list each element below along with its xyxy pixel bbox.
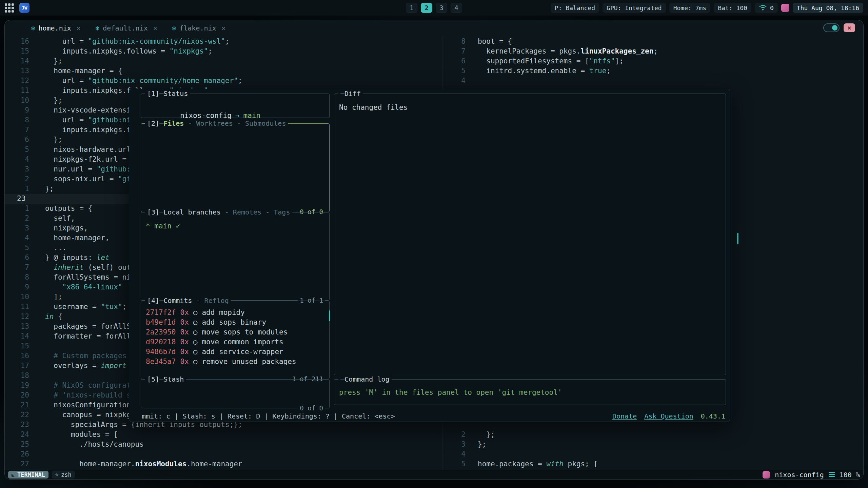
tab-flake.nix[interactable]: ❄flake.nix×: [172, 24, 226, 32]
code-text: home-manager.nixosModules.home-manager: [45, 459, 242, 469]
line-number: 5: [453, 459, 466, 469]
workspace-button-3[interactable]: 3: [436, 3, 447, 13]
code-text: home.packages = with pkgs; [: [478, 459, 598, 469]
code-line[interactable]: 25 ./hosts/canopus: [5, 440, 441, 449]
line-number: 26: [17, 449, 29, 459]
line-number: 12: [17, 312, 29, 322]
code-line[interactable]: 13 home-manager = {: [5, 66, 441, 76]
commit-message: add mopidy: [202, 308, 244, 318]
apps-grid-icon[interactable]: [5, 3, 14, 13]
code-text: };: [45, 56, 62, 66]
window-toggle[interactable]: [823, 23, 840, 32]
code-line[interactable]: 8boot = {: [443, 37, 863, 46]
code-text: };: [45, 96, 62, 105]
code-line[interactable]: 27 home-manager.nixosModules.home-manage…: [5, 459, 441, 469]
clock: Thu Aug 08, 18:16: [793, 3, 863, 13]
branch-name: main: [243, 111, 261, 120]
line-number: 11: [17, 86, 29, 96]
donate-link[interactable]: Donate: [612, 412, 637, 420]
top-status-bar: JW 1234 P: BalancedGPU: IntegratedHome: …: [0, 0, 868, 16]
commit-row[interactable]: 9486b7d0x○add service-wrapper: [146, 348, 329, 358]
code-line[interactable]: 14 };: [5, 56, 441, 66]
code-text: } @ inputs: let: [45, 253, 110, 263]
commits-scrollbar-thumb[interactable]: [329, 310, 330, 321]
line-number: 8: [17, 272, 29, 282]
code-text: home-manager,: [45, 233, 110, 243]
ask-question-link[interactable]: Ask Question: [644, 412, 693, 420]
workspace-button-2[interactable]: 2: [421, 3, 432, 13]
line-number: 16: [17, 351, 29, 361]
line-number: 7: [17, 263, 29, 272]
tab-home.nix[interactable]: ❄home.nix×: [31, 24, 81, 32]
line-number: 3: [17, 223, 29, 233]
code-text: self,: [45, 214, 75, 223]
tray-indicator-icon[interactable]: [781, 4, 789, 12]
panel-title: [4]─Commits - Reflog: [145, 296, 231, 305]
line-number: 3: [17, 164, 29, 174]
line-number: 4: [17, 233, 29, 243]
code-text: nixpkgs,: [45, 223, 88, 233]
mode-indicator[interactable]: ◣ TERMINAL: [8, 471, 48, 479]
code-text: };: [45, 184, 54, 194]
code-text: initrd.systemd.enable = true;: [478, 66, 611, 76]
code-line[interactable]: 24 modules = [: [5, 430, 441, 440]
commit-row[interactable]: b49ef1d0x○add sops binary: [146, 318, 329, 328]
commit-message: remove unused packages: [202, 358, 296, 367]
commit-row[interactable]: d9202180x○move common imports: [146, 338, 329, 348]
window-close-button[interactable]: ×: [844, 23, 855, 32]
commit-author: 0x: [180, 318, 189, 328]
panel-title: [2]─Files - Worktrees - Submodules: [145, 119, 288, 128]
menu-bars-icon[interactable]: [829, 472, 835, 477]
close-tab-icon[interactable]: ×: [153, 24, 157, 32]
panel-title: ─Command log: [338, 375, 392, 384]
tab-default.nix[interactable]: ❄default.nix×: [96, 24, 157, 32]
lazygit-branches-panel[interactable]: [3]─Local branches - Remotes - Tags * ma…: [141, 212, 330, 301]
shell-label: zsh: [61, 471, 72, 478]
commit-hash: b49ef1d: [146, 318, 176, 328]
tab-label: home.nix: [38, 24, 71, 32]
commit-row[interactable]: 8e345a70x○remove unused packages: [146, 358, 329, 367]
code-line[interactable]: 6 supportedFilesystems = ["ntfs"];: [443, 56, 863, 66]
line-number: 8: [453, 37, 466, 46]
shell-tab[interactable]: ✎ zsh: [52, 471, 75, 479]
code-line[interactable]: 5 initrd.systemd.enable = true;: [443, 66, 863, 76]
code-line[interactable]: 7 kernelPackages = pkgs.linuxPackages_ze…: [443, 46, 863, 56]
line-number: 11: [17, 302, 29, 312]
code-text: ./hosts/canopus: [45, 440, 144, 449]
line-number: 13: [17, 66, 29, 76]
scrollbar-thumb[interactable]: [737, 233, 738, 244]
workspace-button-4[interactable]: 4: [451, 3, 462, 13]
code-line[interactable]: 3};: [443, 440, 863, 449]
line-number: 2: [17, 214, 29, 223]
close-tab-icon[interactable]: ×: [77, 24, 81, 32]
workspace-button-1[interactable]: 1: [406, 3, 417, 13]
line-number: 13: [17, 322, 29, 331]
code-line[interactable]: 5home.packages = with pkgs; [: [443, 459, 863, 469]
lazygit-status-panel[interactable]: [1]─Status nixos-config→main: [141, 94, 330, 118]
lazygit-command-log-panel[interactable]: ─Command log press 'M' in the files pane…: [334, 379, 726, 405]
code-line[interactable]: 15 inputs.nixpkgs.follows = "nixpkgs";: [5, 46, 441, 56]
lazygit-stash-panel[interactable]: [5]─Stash 0 of 0: [141, 379, 330, 408]
lazygit-commits-panel[interactable]: [4]─Commits - Reflog 2717f2f0x○add mopid…: [141, 301, 330, 379]
code-text: };: [45, 135, 62, 145]
lazygit-diff-panel[interactable]: ─Diff No changed files: [334, 94, 726, 375]
line-number: 16: [17, 37, 29, 46]
code-text: kernelPackages = pkgs.linuxPackages_zen;: [478, 46, 658, 56]
code-line[interactable]: 26: [5, 449, 441, 459]
code-line[interactable]: 4: [443, 449, 863, 459]
code-line[interactable]: 2 };: [443, 430, 863, 440]
line-number: 5: [453, 66, 466, 76]
lazygit-files-panel[interactable]: [2]─Files - Worktrees - Submodules 0 of …: [141, 123, 330, 212]
code-line[interactable]: 16 url = "github:nix-community/nixos-wsl…: [5, 37, 441, 46]
line-number: 5: [17, 145, 29, 155]
commit-row[interactable]: 2717f2f0x○add mopidy: [146, 308, 329, 318]
code-line[interactable]: 12 url = "github:nix-community/home-mana…: [5, 76, 441, 86]
commit-row[interactable]: 2a239500x○move sops to modules: [146, 328, 329, 338]
panel-title: [5]─Stash: [145, 375, 186, 384]
close-tab-icon[interactable]: ×: [222, 24, 226, 32]
multiplexer-statusbar: ◣ TERMINAL ✎ zsh nixos-config 100 %: [5, 470, 863, 479]
line-number: 8: [17, 115, 29, 125]
status-chip: P: Balanced: [551, 3, 599, 13]
code-line[interactable]: 4: [443, 76, 863, 86]
line-number: 18: [17, 371, 29, 381]
